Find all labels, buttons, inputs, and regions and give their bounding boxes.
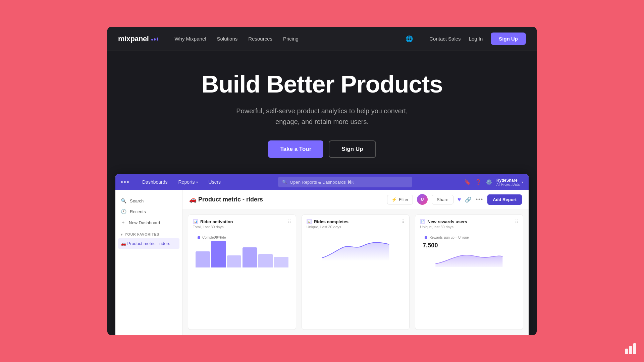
metric-value: 7,500 <box>420 241 518 250</box>
bar-chart: 100% <box>193 241 291 267</box>
card-body <box>302 232 410 329</box>
line-chart <box>307 234 405 261</box>
app-search-bar[interactable]: 🔍 Open Reports & Dashboards ⌘K <box>237 177 453 187</box>
logo-dots <box>151 38 158 41</box>
logo[interactable]: mixpanel <box>118 35 158 43</box>
card-body: Rewards sign up – Unique 7,500 <box>415 232 523 329</box>
app-sidebar: 🔍 Search 🕐 Recents ＋ New Dashboard ▾ You… <box>115 190 182 335</box>
app-preview: Dashboards Reports ▾ Users 🔍 Open Report… <box>115 174 529 335</box>
sidebar-search[interactable]: 🔍 Search <box>115 195 182 206</box>
chart-legend: Completion rate <box>193 234 291 241</box>
app-nav-reports[interactable]: Reports ▾ <box>173 174 203 190</box>
reports-chevron-icon: ▾ <box>196 180 198 184</box>
heart-icon[interactable]: ♥ <box>458 196 461 203</box>
app-search-text: Open Reports & Dashboards ⌘K <box>290 180 354 185</box>
search-icon: 🔍 <box>282 180 287 184</box>
app-main: 🚗 Product metric - riders ⚡ Filter U Sha… <box>182 190 529 335</box>
app-main-header: 🚗 Product metric - riders ⚡ Filter U Sha… <box>182 190 529 209</box>
area-chart <box>420 250 518 267</box>
card-icon: 📊 <box>193 219 198 224</box>
bookmark-icon[interactable]: 🔖 <box>464 179 471 185</box>
report-cards: 📊 Rider activation Total, Last 30 days ⠿… <box>182 209 529 335</box>
card-icon: 📄 <box>420 219 425 224</box>
hero-signup-button[interactable]: Sign Up <box>329 140 376 158</box>
hero-buttons: Take a Tour Sign Up <box>118 140 526 158</box>
hero-title: Build Better Products <box>118 71 526 98</box>
org-caret-icon: ▾ <box>522 180 523 184</box>
sidebar-recents[interactable]: 🕐 Recents <box>115 206 182 217</box>
nav-right: 🌐 Contact Sales Log In Sign Up <box>406 33 526 45</box>
org-sub: All Project Data <box>496 183 520 186</box>
share-button[interactable]: Share <box>432 195 453 204</box>
recents-icon: 🕐 <box>121 209 126 214</box>
app-nav-dashboards[interactable]: Dashboards <box>137 174 173 190</box>
chart-legend: Rewards sign up – Unique <box>420 234 518 241</box>
app-body: 🔍 Search 🕐 Recents ＋ New Dashboard ▾ You… <box>115 190 529 335</box>
card-title: Rides completes <box>314 219 348 224</box>
app-nav-right: 🔖 ❓ ⚙️ RydeShare All Project Data ▾ <box>464 178 523 186</box>
org-name: RydeShare <box>496 178 520 183</box>
favorites-chevron-icon: ▾ <box>121 233 123 236</box>
nav-resources[interactable]: Resources <box>248 36 272 42</box>
filter-button[interactable]: ⚡ Filter <box>387 195 413 204</box>
link-icon[interactable]: 🔗 <box>465 196 472 203</box>
app-logo-dots <box>121 181 129 183</box>
card-body: Completion rate 100% <box>188 232 296 329</box>
add-report-button[interactable]: Add Report <box>487 194 522 205</box>
drag-handle-icon[interactable]: ⠿ <box>401 219 405 224</box>
bottom-bar-icon <box>625 343 636 354</box>
globe-icon[interactable]: 🌐 <box>406 35 413 43</box>
favorites-label: ▾ Your Favorites <box>115 228 182 238</box>
top-navigation: mixpanel Why Mixpanel Solutions Resource… <box>107 27 537 51</box>
app-navbar: Dashboards Reports ▾ Users 🔍 Open Report… <box>115 174 529 190</box>
hero-section: Build Better Products Powerful, self-ser… <box>107 51 537 174</box>
card-title: New rewards users <box>427 219 467 224</box>
take-tour-button[interactable]: Take a Tour <box>268 140 323 158</box>
card-header: 📊 Rides completes Unique, Last 30 days ⠿ <box>302 215 410 232</box>
card-icon: 📊 <box>307 219 312 224</box>
nav-pricing[interactable]: Pricing <box>283 36 299 42</box>
filter-icon: ⚡ <box>391 197 397 202</box>
app-nav-items: Dashboards Reports ▾ Users <box>137 174 226 190</box>
nav-why-mixpanel[interactable]: Why Mixpanel <box>174 36 206 42</box>
drag-handle-icon[interactable]: ⠿ <box>515 219 518 224</box>
more-options-icon[interactable]: ••• <box>476 196 483 202</box>
dashboard-title: 🚗 Product metric - riders <box>189 196 263 203</box>
search-icon: 🔍 <box>121 198 126 203</box>
help-icon[interactable]: ❓ <box>475 179 482 185</box>
card-title: Rider activation <box>200 219 233 224</box>
app-nav-users[interactable]: Users <box>203 174 226 190</box>
card-header: 📄 New rewards users Unique, last 30 days… <box>415 215 523 232</box>
nav-links: Why Mixpanel Solutions Resources Pricing <box>174 36 389 42</box>
nav-solutions[interactable]: Solutions <box>217 36 238 42</box>
card-subtitle: Total, Last 30 days <box>193 225 233 229</box>
org-selector[interactable]: RydeShare All Project Data ▾ <box>496 178 523 186</box>
card-subtitle: Unique, Last 30 days <box>307 225 348 229</box>
nav-divider <box>421 36 421 42</box>
main-actions: ⚡ Filter U Share ♥ 🔗 ••• Add Report <box>387 194 522 205</box>
new-rewards-card: 📄 New rewards users Unique, last 30 days… <box>415 215 523 330</box>
drag-handle-icon[interactable]: ⠿ <box>288 219 291 224</box>
rides-completes-card: 📊 Rides completes Unique, Last 30 days ⠿ <box>302 215 410 330</box>
card-subtitle: Unique, last 30 days <box>420 225 467 229</box>
nav-contact-sales[interactable]: Contact Sales <box>429 36 461 42</box>
card-header: 📊 Rider activation Total, Last 30 days ⠿ <box>188 215 296 232</box>
sidebar-active-item[interactable]: 🚗 Product metric - riders <box>118 238 179 249</box>
settings-icon[interactable]: ⚙️ <box>486 179 492 185</box>
nav-signup-button[interactable]: Sign Up <box>491 33 526 45</box>
bar-label: 100% <box>215 235 222 239</box>
nav-login[interactable]: Log In <box>469 36 483 42</box>
avatar: U <box>417 194 428 205</box>
hero-subtitle: Powerful, self-serve product analytics t… <box>118 106 526 127</box>
rider-activation-card: 📊 Rider activation Total, Last 30 days ⠿… <box>188 215 296 330</box>
sidebar-new-dashboard[interactable]: ＋ New Dashboard <box>115 217 182 228</box>
plus-icon: ＋ <box>121 220 125 226</box>
